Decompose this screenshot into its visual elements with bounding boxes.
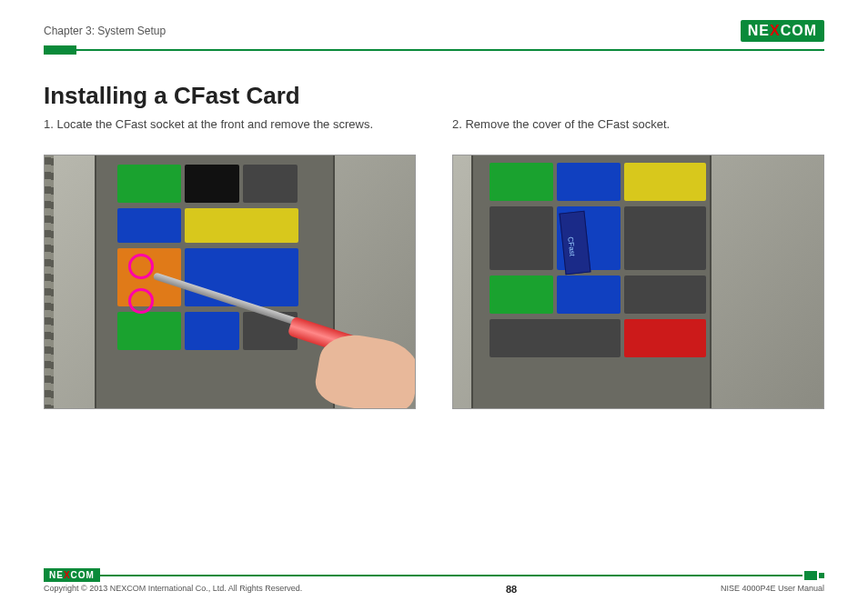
footer-bar: NEXCOM xyxy=(44,568,824,582)
header-rule-line xyxy=(76,49,824,51)
header-rule xyxy=(44,45,824,55)
port-blue2-icon xyxy=(185,248,298,306)
port-green-icon xyxy=(117,165,181,203)
page-title: Installing a CFast Card xyxy=(44,82,824,110)
step-1-text: 1. Locate the CFast socket at the front … xyxy=(44,117,416,131)
copyright-text: Copyright © 2013 NEXCOM International Co… xyxy=(44,584,302,595)
port-green2-icon xyxy=(117,312,181,350)
port-grey-icon xyxy=(243,165,298,203)
footer-end-block-icon xyxy=(804,571,817,580)
screw-highlight-icon xyxy=(128,288,154,314)
brand-x-icon: X xyxy=(64,570,71,580)
brand-x-icon: X xyxy=(770,23,781,39)
port-blue3-icon xyxy=(185,312,239,350)
port-blue3-icon xyxy=(557,275,621,314)
page-number: 88 xyxy=(506,584,517,595)
screw-highlight-icon xyxy=(128,254,154,279)
header-rule-block xyxy=(44,45,76,55)
port-blue-icon xyxy=(557,163,621,201)
brand-left: NE xyxy=(748,23,770,39)
brand-right: COM xyxy=(781,23,817,39)
manual-page: Chapter 3: System Setup NEXCOM Installin… xyxy=(0,0,868,418)
figure-step-1 xyxy=(44,155,416,409)
port-grey3-icon xyxy=(624,275,706,314)
port-blue-icon xyxy=(117,208,181,243)
port-green2-icon xyxy=(490,275,553,314)
footer-rule-line xyxy=(100,575,802,576)
chassis-fins-icon xyxy=(44,155,54,409)
brand-left: NE xyxy=(49,570,64,580)
footer-text-row: Copyright © 2013 NEXCOM International Co… xyxy=(44,584,824,595)
port-black-icon xyxy=(185,165,239,203)
chapter-label: Chapter 3: System Setup xyxy=(44,25,166,37)
port-yellow-icon xyxy=(624,163,706,201)
left-column: 1. Locate the CFast socket at the front … xyxy=(44,117,416,409)
header-row: Chapter 3: System Setup NEXCOM xyxy=(44,20,824,42)
figure-step-2 xyxy=(452,155,824,409)
port-green-icon xyxy=(490,163,553,201)
doc-reference: NISE 4000P4E User Manual xyxy=(721,584,824,595)
right-column: 2. Remove the cover of the CFast socket. xyxy=(452,117,824,409)
page-footer: NEXCOM Copyright © 2013 NEXCOM Internati… xyxy=(44,568,824,595)
footer-brand-logo: NEXCOM xyxy=(44,568,100,582)
port-grey2-icon xyxy=(624,206,706,270)
port-red-icon xyxy=(624,319,706,357)
brand-logo-box: NEXCOM xyxy=(741,20,824,42)
footer-end-square-icon xyxy=(819,573,824,578)
step-2-text: 2. Remove the cover of the CFast socket. xyxy=(452,117,824,131)
brand-logo: NEXCOM xyxy=(741,20,824,42)
port-yellow-icon xyxy=(185,208,298,243)
port-grey4-icon xyxy=(490,319,621,357)
brand-right: COM xyxy=(71,570,95,580)
content-columns: 1. Locate the CFast socket at the front … xyxy=(44,117,824,409)
port-grey-icon xyxy=(490,206,553,270)
